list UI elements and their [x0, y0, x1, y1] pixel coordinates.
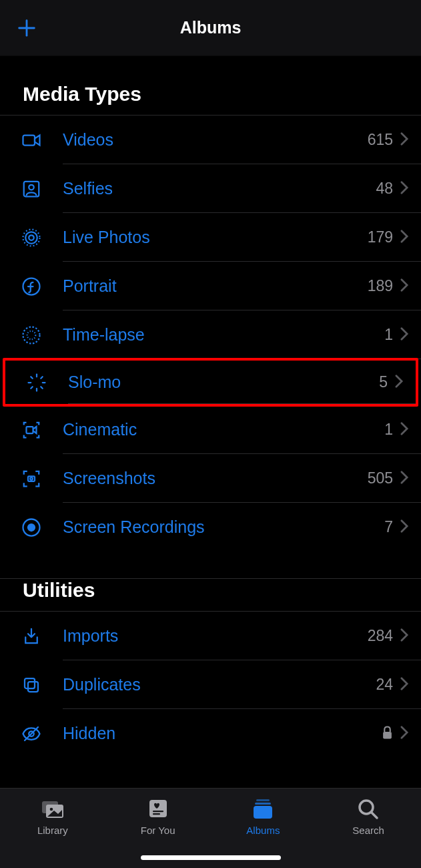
media-row-portrait[interactable]: Portrait 189: [0, 262, 421, 310]
duplicate-icon: [21, 675, 41, 695]
utilities-row-duplicates[interactable]: Duplicates 24: [0, 660, 421, 709]
row-count: 1: [384, 421, 393, 439]
row-label: Hidden: [63, 724, 382, 743]
utilities-section: Utilities Imports 284 Duplicates 24 Hidd…: [0, 552, 421, 758]
media-types-header: Media Types: [0, 83, 421, 116]
nav-bar: Albums: [0, 0, 421, 56]
utilities-row-hidden[interactable]: Hidden: [0, 709, 421, 758]
row-count: 1: [384, 326, 393, 344]
media-row-videos[interactable]: Videos 615: [0, 116, 421, 164]
chevron-right-icon: [400, 676, 409, 694]
tab-label: For You: [141, 825, 175, 836]
svg-rect-2: [23, 135, 35, 145]
eye-slash-icon: [21, 724, 41, 744]
chevron-right-icon: [400, 725, 409, 742]
media-row-screen-recordings[interactable]: Screen Recordings 7: [0, 503, 421, 552]
row-label: Screenshots: [63, 469, 368, 488]
media-types-section: Media Types Videos 615 Selfies 48 Live P…: [0, 56, 421, 552]
svg-point-10: [27, 331, 36, 339]
svg-rect-24: [25, 678, 35, 688]
media-row-screenshots[interactable]: Screenshots 505: [0, 454, 421, 503]
svg-line-15: [31, 377, 33, 379]
svg-point-23: [28, 524, 35, 531]
svg-rect-34: [153, 813, 160, 815]
svg-line-17: [31, 387, 33, 389]
chevron-right-icon: [400, 327, 409, 344]
slomo-icon: [27, 373, 47, 393]
timelapse-icon: [21, 325, 41, 345]
svg-rect-36: [255, 803, 271, 805]
svg-point-9: [23, 327, 40, 343]
record-circle-icon: [21, 517, 41, 537]
svg-rect-35: [256, 799, 270, 801]
tab-label: Library: [37, 825, 68, 836]
svg-point-6: [25, 232, 37, 244]
add-album-button[interactable]: [12, 13, 41, 43]
tab-library[interactable]: Library: [0, 797, 105, 868]
tab-bar: Library For You Albums Search: [0, 788, 421, 868]
utilities-row-imports[interactable]: Imports 284: [0, 612, 421, 660]
row-label: Imports: [63, 626, 368, 646]
lock-icon: [382, 725, 393, 742]
svg-point-31: [50, 808, 53, 811]
concentric-circles-icon: [21, 228, 41, 248]
row-count: 5: [379, 373, 388, 391]
row-label: Videos: [63, 130, 368, 150]
svg-rect-28: [383, 731, 392, 738]
chevron-right-icon: [400, 421, 409, 439]
row-count: 615: [368, 131, 393, 149]
row-label: Selfies: [63, 179, 376, 198]
video-icon: [21, 130, 41, 150]
media-row-cinematic[interactable]: Cinematic 1: [0, 405, 421, 454]
content-scroll[interactable]: Media Types Videos 615 Selfies 48 Live P…: [0, 56, 421, 788]
svg-rect-33: [153, 811, 163, 812]
svg-rect-37: [254, 806, 272, 819]
row-count: 284: [368, 627, 393, 645]
svg-line-18: [41, 377, 43, 379]
screenshot-icon: [21, 469, 41, 489]
plus-icon: [15, 17, 38, 39]
utilities-header: Utilities: [0, 578, 421, 612]
row-label: Time-lapse: [63, 325, 384, 345]
import-icon: [21, 626, 41, 646]
for-you-icon: [144, 797, 172, 821]
row-count: 48: [376, 180, 393, 198]
cinematic-icon: [21, 420, 41, 440]
row-count: 189: [368, 277, 393, 295]
row-count: 179: [368, 228, 393, 246]
svg-rect-25: [28, 682, 38, 692]
chevron-right-icon: [400, 628, 409, 645]
row-label: Portrait: [63, 276, 368, 296]
tab-search[interactable]: Search: [316, 797, 421, 868]
row-label: Duplicates: [63, 675, 376, 694]
library-icon: [39, 797, 67, 821]
albums-icon: [249, 797, 277, 821]
media-row-selfies[interactable]: Selfies 48: [0, 164, 421, 213]
tab-label: Search: [352, 825, 384, 836]
svg-rect-19: [27, 427, 33, 433]
media-row-slo-mo[interactable]: Slo-mo 5: [3, 358, 418, 407]
row-label: Screen Recordings: [63, 517, 384, 537]
f-circle-icon: [21, 276, 41, 296]
chevron-right-icon: [400, 132, 409, 149]
page-title: Albums: [180, 18, 242, 37]
media-row-time-lapse[interactable]: Time-lapse 1: [0, 310, 421, 359]
row-label: Cinematic: [63, 420, 384, 439]
search-icon: [354, 797, 382, 821]
chevron-right-icon: [400, 180, 409, 198]
chevron-right-icon: [400, 278, 409, 295]
svg-line-39: [372, 813, 377, 818]
row-label: Slo-mo: [68, 373, 379, 392]
home-indicator[interactable]: [141, 855, 281, 860]
row-count: 505: [368, 469, 393, 487]
svg-point-4: [29, 184, 34, 190]
chevron-right-icon: [400, 229, 409, 246]
tab-label: Albums: [246, 825, 280, 836]
row-count: 7: [384, 518, 393, 536]
person-square-icon: [21, 179, 41, 199]
chevron-right-icon: [400, 470, 409, 487]
media-row-live-photos[interactable]: Live Photos 179: [0, 213, 421, 262]
row-count: 24: [376, 676, 393, 694]
svg-point-5: [29, 235, 34, 240]
chevron-right-icon: [394, 374, 404, 391]
